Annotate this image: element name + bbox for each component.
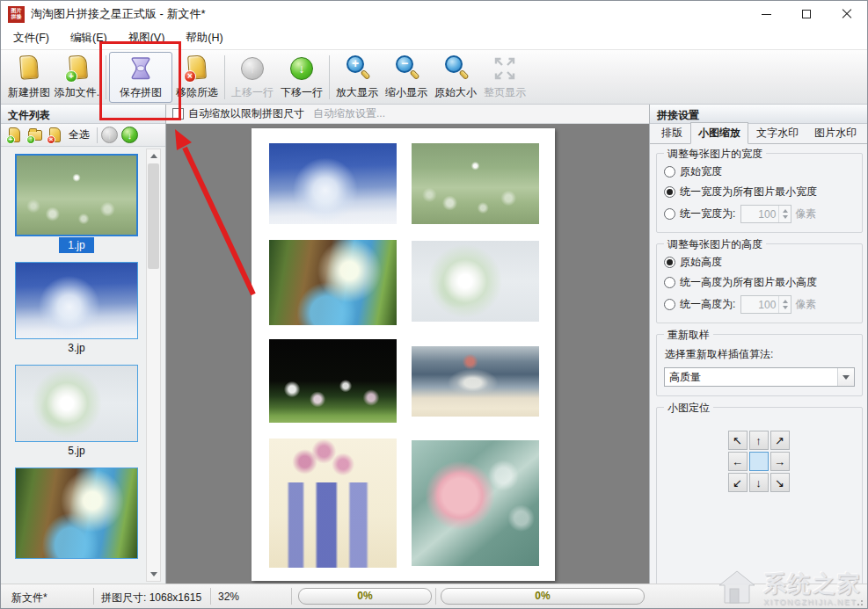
position-top-right-button[interactable]: ↗ (770, 431, 790, 450)
toolbar-separator (224, 55, 225, 99)
photo-vase-book[interactable] (412, 346, 539, 417)
thumbnail-girl-flowers[interactable] (15, 468, 138, 559)
collage-canvas[interactable] (166, 124, 649, 585)
photo-dandelion-sky[interactable] (269, 143, 397, 224)
position-top-left-button[interactable]: ↖ (728, 431, 748, 450)
scroll-down-icon[interactable] (147, 568, 160, 581)
position-bottom-button[interactable]: ↓ (749, 473, 769, 492)
resize-grip[interactable] (857, 598, 865, 606)
photo-dandelion-field[interactable] (412, 143, 539, 224)
menu-file[interactable]: 文件(F) (3, 28, 60, 48)
fit-page-button: 整页显示 (480, 53, 529, 102)
spinner-up-icon[interactable] (783, 300, 788, 303)
app-window: 图片 拼接 淘淘图片拼接之星正式版 - 新文件* 文件(F) 编辑(E) 视图(… (0, 0, 868, 609)
zoom-out-icon: − (391, 54, 421, 83)
zoom-in-button[interactable]: + 放大显示 (332, 53, 382, 102)
thumbnail-dandelion-field[interactable] (15, 154, 138, 236)
position-bottom-left-button[interactable]: ↙ (728, 473, 748, 492)
close-button[interactable] (827, 1, 867, 27)
spinner-down-icon[interactable] (783, 215, 788, 219)
position-group-title: 小图定位 (664, 401, 713, 416)
app-icon: 图片 拼接 (8, 6, 25, 23)
photo-blue-bottles[interactable] (269, 439, 397, 568)
canvas-topbar: 自动缩放以限制拼图尺寸 自动缩放设置... (166, 105, 649, 124)
collage-page[interactable] (252, 128, 555, 581)
minimize-button[interactable] (746, 1, 786, 27)
dropdown-button[interactable] (837, 368, 854, 386)
tab-image-watermark[interactable]: 图片水印 (806, 122, 864, 144)
auto-scale-settings-link: 自动缩放设置... (313, 106, 385, 121)
radio-original-height[interactable] (664, 257, 675, 268)
file-list-header: 文件列表 (1, 105, 165, 124)
position-right-button[interactable]: → (770, 452, 790, 471)
position-bottom-right-button[interactable]: ↘ (770, 473, 790, 492)
select-all-button[interactable]: 全选 (69, 127, 90, 142)
add-folder-button[interactable]: ↑ (26, 127, 44, 144)
file-item-3[interactable]: 5.jp (15, 365, 138, 459)
file-name-label[interactable]: 5.jp (59, 443, 93, 459)
move-row-up-icon: ↑ (237, 54, 267, 83)
file-item-4[interactable] (15, 468, 138, 559)
scroll-up-icon[interactable] (147, 149, 160, 163)
toolbar-separator (329, 55, 330, 99)
up-badge-icon: ↑ (26, 135, 35, 144)
menu-help[interactable]: 帮助(H) (175, 28, 233, 48)
tab-image-scaling[interactable]: 小图缩放 (690, 122, 748, 144)
height-value-spinner[interactable]: 100 (740, 295, 791, 314)
radio-min-height[interactable] (664, 277, 675, 288)
maximize-button[interactable] (786, 1, 827, 27)
width-value-spinner[interactable]: 100 (740, 205, 791, 223)
scrollbar-thumb[interactable] (148, 163, 159, 269)
file-name-label[interactable]: 1.jp (59, 237, 93, 253)
progress-bar-left: 0% (298, 588, 432, 605)
photo-night-cosmos[interactable] (269, 339, 397, 423)
file-list-scrollbar[interactable] (146, 149, 161, 582)
status-zoom-level: 32% (218, 591, 239, 603)
remove-file-button[interactable]: × (47, 127, 64, 144)
height-groupbox: 调整每张图片的高度 原始高度 统一高度为所有图片最小高度 统一高度为: 100 (656, 243, 863, 323)
zoom-out-button[interactable]: − 缩小显示 (382, 53, 431, 102)
new-collage-button[interactable]: 新建拼图 (4, 53, 54, 102)
height-group-title: 调整每张图片的高度 (664, 237, 766, 252)
radio-min-width[interactable] (664, 186, 675, 198)
resample-algorithm-select[interactable]: 高质量 (664, 367, 855, 387)
spinner-up-icon[interactable] (783, 209, 788, 213)
move-down-circle-button[interactable]: ↓ (121, 127, 138, 143)
thumbnail-flower-basket[interactable] (15, 365, 138, 442)
menu-edit[interactable]: 编辑(E) (60, 28, 118, 48)
auto-scale-checkbox[interactable] (172, 108, 184, 120)
tab-text-watermark[interactable]: 文字水印 (748, 122, 806, 144)
plus-badge-icon: + (6, 135, 15, 144)
add-files-button[interactable]: + 添加文件.. (54, 53, 103, 102)
add-file-button[interactable]: + (6, 127, 24, 144)
photo-girl-flowers[interactable] (269, 240, 397, 325)
spinner-down-icon[interactable] (783, 306, 788, 309)
maximize-icon (802, 10, 811, 18)
position-center-button[interactable] (749, 452, 769, 471)
position-groupbox: 小图定位 ↖ ↑ ↗ ← → ↙ ↓ ↘ (656, 407, 863, 609)
position-left-button[interactable]: ← (728, 452, 748, 471)
file-item-2[interactable]: 3.jp (15, 262, 138, 356)
resample-algorithm-label: 选择重新取样插值算法: (665, 347, 855, 362)
radio-fixed-width[interactable] (664, 208, 675, 220)
status-separator (210, 588, 211, 605)
photo-flower-basket[interactable] (412, 241, 539, 322)
auto-scale-label[interactable]: 自动缩放以限制拼图尺寸 (188, 106, 304, 121)
status-separator (93, 588, 94, 605)
menu-view[interactable]: 视图(V) (118, 28, 176, 48)
tab-layout[interactable]: 排版 (653, 122, 690, 144)
radio-original-width[interactable] (664, 166, 675, 178)
app-icon-text: 图片 (8, 8, 25, 14)
position-top-button[interactable]: ↑ (749, 431, 769, 450)
file-name-label[interactable]: 3.jp (59, 340, 93, 356)
photo-pink-dahlia[interactable] (412, 440, 539, 566)
move-row-down-button[interactable]: ↓ 下移一行 (277, 53, 326, 102)
status-separator (435, 588, 436, 605)
actual-size-icon (441, 54, 470, 83)
thumbnail-dandelion-sky[interactable] (15, 262, 138, 339)
file-item-1[interactable]: 1.jp (15, 154, 138, 253)
save-collage-button[interactable]: 保存拼图 (109, 52, 172, 103)
remove-selected-button[interactable]: × 移除所选 (172, 53, 222, 102)
actual-size-button[interactable]: 原始大小 (431, 53, 480, 102)
radio-fixed-height[interactable] (664, 299, 675, 310)
